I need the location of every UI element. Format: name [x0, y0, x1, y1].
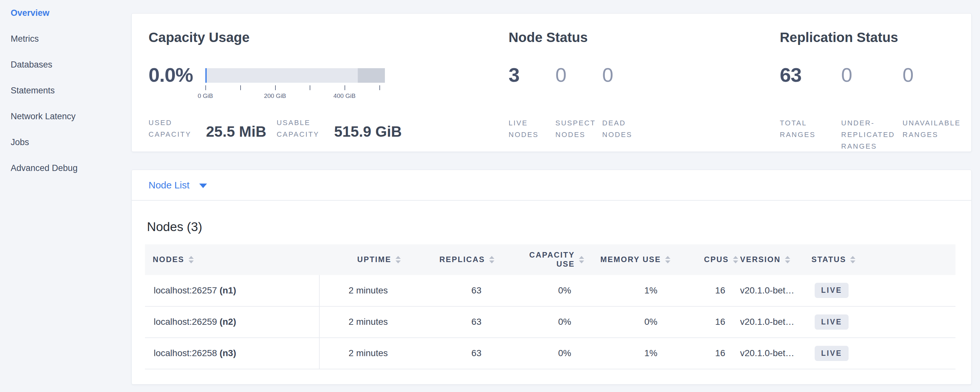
replication-status-section: Replication Status 63 TOTAL RANGES 0 UND…: [780, 31, 971, 151]
sort-icon[interactable]: [850, 256, 855, 263]
sidebar-item-metrics[interactable]: Metrics: [0, 26, 131, 52]
replicas-cell: 63: [401, 306, 494, 338]
memory-use-cell: 0%: [584, 306, 670, 338]
under-replicated-ranges-stat: 0 UNDER-REPLICATED RANGES: [841, 64, 902, 152]
used-capacity-label: USED CAPACITY: [148, 117, 197, 140]
column-header-uptime[interactable]: UPTIME: [319, 244, 401, 275]
sidebar-item-network-latency[interactable]: Network Latency: [0, 104, 131, 129]
axis-label-400gib: 400 GiB: [334, 92, 356, 100]
main-content: Capacity Usage 0.0%: [131, 13, 972, 384]
nodes-section-title: Nodes (3): [147, 220, 955, 234]
usable-capacity-stat: USABLE CAPACITY 515.9 GiB: [277, 117, 402, 141]
dead-nodes-stat: 0 DEAD NODES: [602, 64, 649, 140]
nodes-table: NODES UPTIME REPLICAS CAPACITY USE: [145, 244, 955, 370]
capacity-axis-labels: 0 GiB 200 GiB 400 GiB: [205, 92, 385, 101]
version-cell: v20.1.0-bet…: [738, 338, 811, 369]
suspect-nodes-label: SUSPECT NODES: [555, 117, 602, 140]
sort-icon[interactable]: [733, 256, 738, 263]
column-header-status[interactable]: STATUS: [811, 244, 955, 275]
node-id: (n3): [220, 348, 236, 358]
replicas-cell: 63: [401, 338, 494, 369]
node-id: (n1): [220, 285, 236, 295]
sort-icon[interactable]: [489, 256, 494, 263]
unavailable-ranges-label: UNAVAILABLE RANGES: [902, 117, 964, 140]
replicas-cell: 63: [401, 275, 494, 306]
column-header-replicas[interactable]: REPLICAS: [401, 244, 494, 275]
usable-capacity-value: 515.9 GiB: [334, 124, 402, 139]
used-capacity-stat: USED CAPACITY 25.5 MiB: [148, 117, 266, 141]
uptime-cell: 2 minutes: [319, 275, 401, 306]
under-replicated-ranges-value: 0: [841, 64, 902, 85]
node-row[interactable]: localhost:26259 (n2) 2 minutes 63 0% 0% …: [145, 306, 955, 338]
node-address-cell[interactable]: localhost:26258 (n3): [145, 338, 319, 369]
live-nodes-label: LIVE NODES: [509, 117, 555, 140]
sort-icon[interactable]: [579, 256, 584, 263]
capacity-bar-used-segment: [205, 68, 207, 83]
node-status-section: Node Status 3 LIVE NODES 0 SUSPECT NODES…: [509, 31, 780, 151]
unavailable-ranges-value: 0: [902, 64, 964, 85]
replication-status-title: Replication Status: [780, 31, 971, 44]
sidebar-item-jobs[interactable]: Jobs: [0, 129, 131, 155]
total-ranges-label: TOTAL RANGES: [780, 117, 841, 140]
cluster-summary-card: Capacity Usage 0.0%: [131, 13, 972, 152]
column-header-memory-use[interactable]: MEMORY USE: [584, 244, 670, 275]
suspect-nodes-stat: 0 SUSPECT NODES: [555, 64, 602, 140]
chevron-down-icon: [199, 183, 207, 188]
capacity-use-cell: 0%: [494, 275, 584, 306]
column-header-version[interactable]: VERSION: [738, 244, 811, 275]
cpus-cell: 16: [670, 275, 738, 306]
column-header-cpus[interactable]: CPUS: [670, 244, 738, 275]
nodes-section: Nodes (3) NODES UPTIME: [132, 220, 971, 384]
node-address-cell[interactable]: localhost:26257 (n1): [145, 275, 319, 306]
sort-icon[interactable]: [665, 256, 670, 263]
live-nodes-value: 3: [509, 64, 555, 85]
live-nodes-stat: 3 LIVE NODES: [509, 64, 555, 140]
sidebar-item-advanced-debug[interactable]: Advanced Debug: [0, 155, 131, 181]
sidebar-item-statements[interactable]: Statements: [0, 78, 131, 104]
view-selector-label: Node List: [148, 180, 189, 191]
cpus-cell: 16: [670, 306, 738, 338]
sort-icon[interactable]: [189, 256, 194, 263]
version-cell: v20.1.0-bet…: [738, 275, 811, 306]
capacity-usage-section: Capacity Usage 0.0%: [148, 31, 509, 151]
node-status-title: Node Status: [509, 31, 780, 44]
memory-use-cell: 1%: [584, 338, 670, 369]
capacity-bar-chart: 0 GiB 200 GiB 400 GiB: [205, 68, 385, 101]
column-header-capacity-use[interactable]: CAPACITY USE: [494, 244, 584, 275]
status-badge: LIVE: [815, 346, 849, 361]
status-badge: LIVE: [815, 283, 849, 298]
sidebar-item-overview[interactable]: Overview: [0, 0, 131, 26]
status-cell: LIVE: [811, 338, 955, 369]
status-cell: LIVE: [811, 275, 955, 306]
node-address-cell[interactable]: localhost:26259 (n2): [145, 306, 319, 338]
status-badge: LIVE: [815, 314, 849, 330]
capacity-usage-title: Capacity Usage: [148, 31, 509, 44]
usable-capacity-label: USABLE CAPACITY: [277, 117, 325, 140]
sidebar-item-databases[interactable]: Databases: [0, 52, 131, 78]
uptime-cell: 2 minutes: [319, 338, 401, 369]
capacity-bar: [205, 68, 385, 83]
node-row[interactable]: localhost:26258 (n3) 2 minutes 63 0% 1% …: [145, 338, 955, 369]
unavailable-ranges-stat: 0 UNAVAILABLE RANGES: [902, 64, 964, 152]
capacity-used-percent: 0.0%: [148, 64, 205, 101]
sort-icon[interactable]: [785, 256, 790, 263]
version-cell: v20.1.0-bet…: [738, 306, 811, 338]
under-replicated-ranges-label: UNDER-REPLICATED RANGES: [841, 117, 902, 152]
node-list-card: Node List Nodes (3) NODES: [131, 170, 972, 384]
suspect-nodes-value: 0: [555, 64, 602, 85]
node-id: (n2): [220, 317, 236, 327]
dead-nodes-value: 0: [602, 64, 649, 85]
used-capacity-value: 25.5 MiB: [206, 124, 266, 139]
capacity-use-cell: 0%: [494, 338, 584, 369]
memory-use-cell: 1%: [584, 275, 670, 306]
cpus-cell: 16: [670, 338, 738, 369]
status-cell: LIVE: [811, 306, 955, 338]
total-ranges-value: 63: [780, 64, 841, 85]
uptime-cell: 2 minutes: [319, 306, 401, 338]
total-ranges-stat: 63 TOTAL RANGES: [780, 64, 841, 152]
sidebar: Overview Metrics Databases Statements Ne…: [0, 0, 131, 392]
node-row[interactable]: localhost:26257 (n1) 2 minutes 63 0% 1% …: [145, 275, 955, 306]
view-selector-dropdown[interactable]: Node List: [132, 170, 971, 201]
sort-icon[interactable]: [396, 256, 401, 263]
column-header-nodes[interactable]: NODES: [145, 244, 319, 275]
